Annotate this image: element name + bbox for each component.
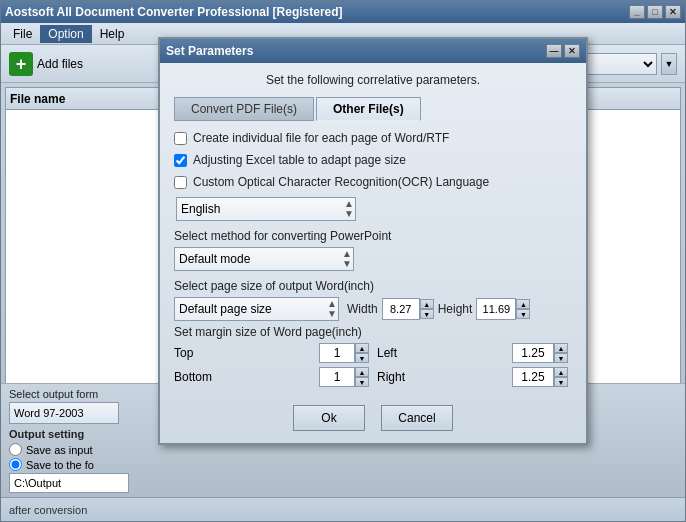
width-spin-down[interactable]: ▼	[420, 309, 434, 319]
dialog-titlebar: Set Parameters — ✕	[160, 39, 586, 63]
checkbox-individual-file-row: Create individual file for each page of …	[174, 131, 572, 145]
right-spin-arrows: ▲ ▼	[554, 367, 568, 387]
bottom-spin-down[interactable]: ▼	[355, 377, 369, 387]
width-input-group: ▲ ▼	[382, 298, 434, 320]
right-input-group: ▲ ▼	[512, 367, 572, 387]
dialog-footer: Ok Cancel	[160, 397, 586, 443]
checkbox-individual-file[interactable]	[174, 132, 187, 145]
page-size-label: Select page size of output Word(inch)	[174, 279, 572, 293]
right-input[interactable]	[512, 367, 554, 387]
checkbox-adjusting-excel[interactable]	[174, 154, 187, 167]
right-spin-down[interactable]: ▼	[554, 377, 568, 387]
modal-overlay: Set Parameters — ✕ Set the following cor…	[1, 1, 685, 521]
height-input-group: ▲ ▼	[476, 298, 530, 320]
ocr-language-row: English French German Spanish ▲ ▼	[176, 197, 572, 221]
dialog-minimize-button[interactable]: —	[546, 44, 562, 58]
bottom-spin-up[interactable]: ▲	[355, 367, 369, 377]
top-spin-up[interactable]: ▲	[355, 343, 369, 353]
powerpoint-label: Select method for converting PowerPoint	[174, 229, 572, 243]
bottom-input-group: ▲ ▼	[319, 367, 369, 387]
powerpoint-dropdown-wrapper: Default mode Mode 2 ▲ ▼	[174, 247, 354, 271]
set-parameters-dialog: Set Parameters — ✕ Set the following cor…	[158, 37, 588, 445]
margin-label: Set margin size of Word page(inch)	[174, 325, 572, 339]
bottom-label: Bottom	[174, 370, 311, 384]
height-spin-arrows: ▲ ▼	[516, 299, 530, 319]
tab-bar: Convert PDF File(s) Other File(s)	[174, 97, 572, 121]
left-label: Left	[377, 346, 504, 360]
checkbox-individual-file-label: Create individual file for each page of …	[193, 131, 449, 145]
tab-other-files[interactable]: Other File(s)	[316, 97, 421, 121]
height-input[interactable]	[476, 298, 516, 320]
ocr-language-select[interactable]: English French German Spanish	[176, 197, 356, 221]
left-spin-up[interactable]: ▲	[554, 343, 568, 353]
dialog-content: Set the following correlative parameters…	[160, 63, 586, 397]
right-label: Right	[377, 370, 504, 384]
cancel-button[interactable]: Cancel	[381, 405, 453, 431]
dialog-close-button[interactable]: ✕	[564, 44, 580, 58]
ocr-language-dropdown-wrapper: English French German Spanish ▲ ▼	[176, 197, 356, 221]
height-spin-up[interactable]: ▲	[516, 299, 530, 309]
margin-grid: Top ▲ ▼ Left ▲ ▼	[174, 343, 572, 387]
right-spin-up[interactable]: ▲	[554, 367, 568, 377]
width-spin-up[interactable]: ▲	[420, 299, 434, 309]
powerpoint-dropdown-row: Default mode Mode 2 ▲ ▼	[174, 247, 572, 271]
top-input-group: ▲ ▼	[319, 343, 369, 363]
page-size-dropdown-wrapper: Default page size A4 Letter ▲ ▼	[174, 297, 339, 321]
tab-convert-pdf[interactable]: Convert PDF File(s)	[174, 97, 314, 121]
width-input[interactable]	[382, 298, 420, 320]
checkbox-ocr-row: Custom Optical Character Recognition(OCR…	[174, 175, 572, 189]
width-spin-arrows: ▲ ▼	[420, 299, 434, 319]
width-height-group: Width ▲ ▼ Height ▲	[347, 298, 530, 320]
bottom-spin-arrows: ▲ ▼	[355, 367, 369, 387]
left-input-group: ▲ ▼	[512, 343, 572, 363]
page-size-row: Default page size A4 Letter ▲ ▼ Width	[174, 297, 572, 321]
top-label: Top	[174, 346, 311, 360]
powerpoint-select[interactable]: Default mode Mode 2	[174, 247, 354, 271]
top-spin-down[interactable]: ▼	[355, 353, 369, 363]
dialog-title: Set Parameters	[166, 44, 253, 58]
top-input[interactable]	[319, 343, 355, 363]
width-label: Width	[347, 302, 378, 316]
page-size-select[interactable]: Default page size A4 Letter	[174, 297, 339, 321]
height-label: Height	[438, 302, 473, 316]
checkbox-adjusting-excel-row: Adjusting Excel table to adapt page size	[174, 153, 572, 167]
left-spin-arrows: ▲ ▼	[554, 343, 568, 363]
main-window: Aostsoft All Document Converter Professi…	[0, 0, 686, 522]
left-input[interactable]	[512, 343, 554, 363]
dialog-description: Set the following correlative parameters…	[174, 73, 572, 87]
checkbox-ocr-label: Custom Optical Character Recognition(OCR…	[193, 175, 489, 189]
dialog-title-buttons: — ✕	[546, 44, 580, 58]
checkbox-adjusting-excel-label: Adjusting Excel table to adapt page size	[193, 153, 406, 167]
left-spin-down[interactable]: ▼	[554, 353, 568, 363]
top-spin-arrows: ▲ ▼	[355, 343, 369, 363]
ok-button[interactable]: Ok	[293, 405, 365, 431]
height-spin-down[interactable]: ▼	[516, 309, 530, 319]
bottom-input[interactable]	[319, 367, 355, 387]
checkbox-ocr[interactable]	[174, 176, 187, 189]
